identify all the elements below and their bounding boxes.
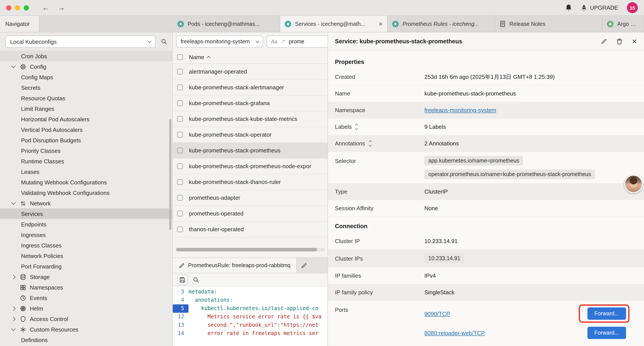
row-checkbox[interactable] [177,195,183,201]
row-checkbox[interactable] [177,179,183,185]
save-icon[interactable] [177,274,188,285]
editor-search-icon[interactable] [193,277,199,283]
sidebar-item-cron-jobs[interactable]: Cron Jobs [0,51,172,61]
sidebar-item-definitions[interactable]: Definitions [0,335,172,345]
notification-count-badge[interactable]: 15 [627,2,638,13]
prop-value: IPv4 [424,272,637,279]
horizontal-scrollbar[interactable] [175,248,325,251]
sidebar-item-limit-ranges[interactable]: Limit Ranges [0,103,172,114]
sidebar-item-label: Limit Ranges [21,105,54,112]
regex-toggle[interactable]: .* [281,38,285,45]
zoom-window-button[interactable] [24,5,29,10]
sidebar-item-leases[interactable]: Leases [0,166,172,177]
row-checkbox[interactable] [177,211,183,216]
sidebar-item-events[interactable]: Events [0,293,172,303]
sidebar-item-custom-resources[interactable]: Custom Resources [0,324,172,335]
forward-button[interactable]: Forward... [587,327,626,339]
code-line: 5 kubectl.kubernetes.io/last-applied-co [173,304,328,313]
notifications-bell-icon[interactable] [565,4,572,11]
row-checkbox[interactable] [177,148,183,153]
table-row-thanos-ruler-operated[interactable]: thanos-ruler-operated [173,222,328,237]
forward-button[interactable]: Forward... [587,308,626,320]
minimize-window-button[interactable] [15,5,20,10]
table-row-kube-prometheus-stack-grafana[interactable]: kube-prometheus-stack-grafana [173,95,328,111]
sidebar-search-icon[interactable] [161,38,167,45]
sidebar-item-runtime-classes[interactable]: Runtime Classes [0,156,172,166]
row-checkbox[interactable] [177,84,183,90]
sidebar-item-ingress-classes[interactable]: Ingress Classes [0,240,172,251]
scrollbar-thumb[interactable] [176,248,317,251]
sidebar-item-port-forwarding[interactable]: Port Forwarding [0,261,172,272]
release-notes-icon [499,20,506,27]
code-editor[interactable]: 3metadata:4 annotations:5 kubectl.kubern… [173,287,328,346]
upgrade-button[interactable]: UPGRADE [581,4,618,11]
close-drawer-icon[interactable]: × [632,36,637,46]
select-all-checkbox[interactable] [177,54,183,60]
forward-arrow-button[interactable]: → [58,4,65,11]
sidebar-item-horizontal-pod-autoscalers[interactable]: Horizontal Pod Autoscalers [0,114,172,124]
sidebar-item-priority-classes[interactable]: Priority Classes [0,145,172,156]
row-checkbox[interactable] [177,132,183,137]
table-row-kube-prometheus-stack-operator[interactable]: kube-prometheus-stack-operator [173,127,328,143]
row-checkbox[interactable] [177,116,183,122]
row-checkbox[interactable] [177,69,183,74]
sidebar-scrollbar[interactable] [169,119,172,230]
row-checkbox[interactable] [177,100,183,106]
editor-tab-partial[interactable] [297,258,328,273]
tab-release-notes[interactable]: Release Notes [495,16,602,32]
table-row-kube-prometheus-stack-thanos-ruler[interactable]: kube-prometheus-stack-thanos-ruler [173,174,328,190]
edit-resource-icon[interactable] [601,38,607,44]
navigator-panel-tab[interactable]: Navigator [0,16,40,32]
back-arrow-button[interactable]: ← [42,4,49,11]
table-row-alertmanager-operated[interactable]: alertmanager-operated [173,64,328,80]
sidebar-item-label: Leases [21,168,40,175]
expand-collapse-icon[interactable] [356,124,358,130]
sidebar-item-vertical-pod-autoscalers[interactable]: Vertical Pod Autoscalers [0,124,172,135]
table-row-prometheus-adapter[interactable]: prometheus-adapter [173,190,328,206]
table-row-kube-prometheus-stack-prometheus[interactable]: kube-prometheus-stack-prometheus [173,143,328,159]
sidebar-item-config[interactable]: Config [0,61,172,72]
table-row-kube-prometheus-stack-prometheus-node-expor[interactable]: kube-prometheus-stack-prometheus-node-ex… [173,159,328,174]
table-row-kube-prometheus-stack-alertmanager[interactable]: kube-prometheus-stack-alertmanager [173,80,328,95]
sidebar-item-pod-disruption-budgets[interactable]: Pod Disruption Budgets [0,135,172,145]
prop-value: 9 Labels [424,123,637,130]
sidebar-item-ingresses[interactable]: Ingresses [0,230,172,240]
delete-resource-icon[interactable] [616,38,622,45]
sidebar-item-storage[interactable]: Storage [0,272,172,282]
namespace-link[interactable]: freeleaps-monitoring-system [424,107,496,113]
sidebar-item-resource-quotas[interactable]: Resource Quotas [0,93,172,103]
name-column-header[interactable]: Name [189,54,210,60]
expand-collapse-icon[interactable] [369,141,371,146]
service-name: kube-prometheus-stack-alertmanager [189,84,284,91]
port-link-9090-tcp[interactable]: 9090/TCP [424,310,450,317]
port-line: 9090/TCPForward... [424,304,637,323]
sidebar-item-access-control[interactable]: Access Control [0,314,172,324]
tab-prometheus-rules-icecheng[interactable]: Prometheus Rules - icecheng... [388,16,495,32]
tab-pods-icecheng-mathmas[interactable]: Pods - icecheng@mathmas... [173,16,280,32]
row-checkbox[interactable] [177,163,183,169]
tab-close-icon[interactable]: × [378,20,383,28]
sidebar-item-secrets[interactable]: Secrets [0,82,172,93]
editor-tab-prometheusrule[interactable]: PrometheusRule: freeleaps-prod-rabbitmq [173,258,297,273]
namespace-select[interactable]: freeleaps-monitoring-system [176,35,263,48]
sidebar-item-services[interactable]: Services [0,209,172,219]
close-window-button[interactable] [6,5,12,10]
sidebar-item-config-maps[interactable]: Config Maps [0,72,172,82]
sidebar-item-validating-webhook-configurations[interactable]: Validating Webhook Configurations [0,187,172,198]
kubeconfig-select[interactable]: Local Kubeconfigs [5,35,156,48]
sidebar-item-mutating-webhook-configurations[interactable]: Mutating Webhook Configurations [0,177,172,187]
sidebar-item-endpoints[interactable]: Endpoints [0,219,172,230]
sidebar-item-network-policies[interactable]: Network Policies [0,251,172,261]
sidebar-item-network[interactable]: Network [0,198,172,209]
tab-argo-se[interactable]: Argo Se... [602,16,644,32]
tab-services-icecheng-math[interactable]: Services - icecheng@math...× [280,16,388,32]
user-avatar[interactable] [624,175,643,193]
row-checkbox[interactable] [177,226,183,232]
table-row-prometheus-operated[interactable]: prometheus-operated [173,206,328,222]
match-case-toggle[interactable]: Aa [271,38,277,45]
sidebar-item-namespaces[interactable]: Namespaces [0,282,172,293]
resource-search-input[interactable]: Aa .* prome [266,35,328,48]
sidebar-item-helm[interactable]: Helm [0,303,172,314]
port-link-8080-reloader-web-tcp[interactable]: 8080:reloader-web/TCP [424,330,485,336]
table-row-kube-prometheus-stack-kube-state-metrics[interactable]: kube-prometheus-stack-kube-state-metrics [173,111,328,127]
